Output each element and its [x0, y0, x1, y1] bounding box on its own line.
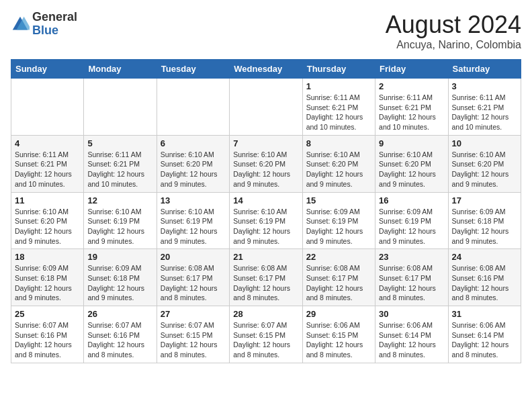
logo: General Blue: [11, 11, 77, 38]
calendar-cell: [230, 79, 302, 136]
calendar-cell: 28Sunrise: 6:07 AM Sunset: 6:15 PM Dayli…: [230, 306, 302, 363]
day-number: 20: [161, 252, 226, 262]
day-number: 16: [379, 195, 444, 205]
day-number: 14: [233, 195, 298, 205]
calendar-cell: 17Sunrise: 6:09 AM Sunset: 6:18 PM Dayli…: [448, 192, 521, 249]
day-info: Sunrise: 6:09 AM Sunset: 6:19 PM Dayligh…: [306, 207, 371, 246]
day-info: Sunrise: 6:11 AM Sunset: 6:21 PM Dayligh…: [379, 93, 444, 132]
logo-text: General Blue: [32, 11, 77, 38]
calendar-cell: 8Sunrise: 6:10 AM Sunset: 6:20 PM Daylig…: [302, 135, 375, 192]
calendar-cell: 15Sunrise: 6:09 AM Sunset: 6:19 PM Dayli…: [302, 192, 375, 249]
calendar-cell: 31Sunrise: 6:06 AM Sunset: 6:14 PM Dayli…: [448, 306, 521, 363]
day-header-friday: Friday: [375, 60, 448, 79]
calendar-cell: 18Sunrise: 6:09 AM Sunset: 6:18 PM Dayli…: [11, 249, 84, 306]
calendar-cell: [157, 79, 229, 136]
day-info: Sunrise: 6:08 AM Sunset: 6:17 PM Dayligh…: [306, 263, 371, 303]
day-number: 28: [233, 309, 298, 319]
title-section: August 2024 Ancuya, Narino, Colombia: [386, 11, 521, 51]
day-info: Sunrise: 6:10 AM Sunset: 6:19 PM Dayligh…: [87, 207, 152, 246]
day-number: 26: [87, 309, 152, 319]
calendar-cell: 11Sunrise: 6:10 AM Sunset: 6:20 PM Dayli…: [11, 192, 84, 249]
calendar-cell: 16Sunrise: 6:09 AM Sunset: 6:19 PM Dayli…: [375, 192, 448, 249]
calendar-cell: 19Sunrise: 6:09 AM Sunset: 6:18 PM Dayli…: [84, 249, 157, 306]
day-info: Sunrise: 6:09 AM Sunset: 6:18 PM Dayligh…: [15, 263, 80, 303]
day-number: 3: [452, 81, 517, 91]
day-number: 30: [379, 309, 444, 319]
calendar-cell: 29Sunrise: 6:06 AM Sunset: 6:15 PM Dayli…: [302, 306, 375, 363]
day-number: 17: [452, 195, 517, 205]
day-info: Sunrise: 6:08 AM Sunset: 6:16 PM Dayligh…: [452, 263, 517, 303]
calendar-cell: 7Sunrise: 6:10 AM Sunset: 6:20 PM Daylig…: [230, 135, 302, 192]
calendar-week-row: 11Sunrise: 6:10 AM Sunset: 6:20 PM Dayli…: [11, 192, 521, 249]
calendar-cell: 23Sunrise: 6:08 AM Sunset: 6:17 PM Dayli…: [375, 249, 448, 306]
day-info: Sunrise: 6:07 AM Sunset: 6:15 PM Dayligh…: [161, 320, 226, 360]
day-info: Sunrise: 6:10 AM Sunset: 6:20 PM Dayligh…: [306, 150, 371, 189]
day-info: Sunrise: 6:10 AM Sunset: 6:20 PM Dayligh…: [233, 150, 298, 189]
calendar-cell: [84, 79, 157, 136]
calendar-cell: 14Sunrise: 6:10 AM Sunset: 6:19 PM Dayli…: [230, 192, 302, 249]
day-info: Sunrise: 6:07 AM Sunset: 6:16 PM Dayligh…: [87, 320, 152, 360]
day-header-tuesday: Tuesday: [157, 60, 229, 79]
day-number: 13: [161, 195, 226, 205]
day-number: 8: [306, 138, 371, 148]
day-info: Sunrise: 6:10 AM Sunset: 6:19 PM Dayligh…: [233, 207, 298, 246]
calendar-cell: 30Sunrise: 6:06 AM Sunset: 6:14 PM Dayli…: [375, 306, 448, 363]
day-number: 10: [452, 138, 517, 148]
calendar-cell: 20Sunrise: 6:08 AM Sunset: 6:17 PM Dayli…: [157, 249, 229, 306]
day-number: 1: [306, 81, 371, 91]
calendar-cell: 3Sunrise: 6:11 AM Sunset: 6:21 PM Daylig…: [448, 79, 521, 136]
day-info: Sunrise: 6:10 AM Sunset: 6:20 PM Dayligh…: [379, 150, 444, 189]
calendar-cell: 12Sunrise: 6:10 AM Sunset: 6:19 PM Dayli…: [84, 192, 157, 249]
calendar-cell: 27Sunrise: 6:07 AM Sunset: 6:15 PM Dayli…: [157, 306, 229, 363]
day-info: Sunrise: 6:07 AM Sunset: 6:16 PM Dayligh…: [15, 320, 80, 360]
day-header-monday: Monday: [84, 60, 157, 79]
logo-icon: [11, 15, 30, 34]
day-number: 24: [452, 252, 517, 262]
calendar-cell: 5Sunrise: 6:11 AM Sunset: 6:21 PM Daylig…: [84, 135, 157, 192]
day-info: Sunrise: 6:10 AM Sunset: 6:20 PM Dayligh…: [452, 150, 517, 189]
day-info: Sunrise: 6:10 AM Sunset: 6:20 PM Dayligh…: [15, 207, 80, 246]
day-info: Sunrise: 6:10 AM Sunset: 6:19 PM Dayligh…: [161, 207, 226, 246]
day-info: Sunrise: 6:07 AM Sunset: 6:15 PM Dayligh…: [233, 320, 298, 360]
day-info: Sunrise: 6:06 AM Sunset: 6:15 PM Dayligh…: [306, 320, 371, 360]
day-info: Sunrise: 6:09 AM Sunset: 6:19 PM Dayligh…: [379, 207, 444, 246]
calendar-week-row: 18Sunrise: 6:09 AM Sunset: 6:18 PM Dayli…: [11, 249, 521, 306]
calendar-cell: 22Sunrise: 6:08 AM Sunset: 6:17 PM Dayli…: [302, 249, 375, 306]
day-number: 7: [233, 138, 298, 148]
logo-general: General: [32, 10, 77, 24]
day-number: 4: [15, 138, 80, 148]
day-info: Sunrise: 6:10 AM Sunset: 6:20 PM Dayligh…: [161, 150, 226, 189]
day-header-saturday: Saturday: [448, 60, 521, 79]
day-number: 18: [15, 252, 80, 262]
calendar-cell: 13Sunrise: 6:10 AM Sunset: 6:19 PM Dayli…: [157, 192, 229, 249]
day-number: 6: [161, 138, 226, 148]
day-number: 11: [15, 195, 80, 205]
calendar-cell: 25Sunrise: 6:07 AM Sunset: 6:16 PM Dayli…: [11, 306, 84, 363]
day-info: Sunrise: 6:11 AM Sunset: 6:21 PM Dayligh…: [306, 93, 371, 132]
day-info: Sunrise: 6:08 AM Sunset: 6:17 PM Dayligh…: [379, 263, 444, 303]
day-number: 15: [306, 195, 371, 205]
day-number: 9: [379, 138, 444, 148]
day-info: Sunrise: 6:09 AM Sunset: 6:18 PM Dayligh…: [87, 263, 152, 303]
calendar-cell: 10Sunrise: 6:10 AM Sunset: 6:20 PM Dayli…: [448, 135, 521, 192]
calendar-week-row: 25Sunrise: 6:07 AM Sunset: 6:16 PM Dayli…: [11, 306, 521, 363]
day-info: Sunrise: 6:11 AM Sunset: 6:21 PM Dayligh…: [15, 150, 80, 189]
day-number: 19: [87, 252, 152, 262]
calendar-table: SundayMondayTuesdayWednesdayThursdayFrid…: [11, 59, 521, 363]
calendar-cell: 21Sunrise: 6:08 AM Sunset: 6:17 PM Dayli…: [230, 249, 302, 306]
calendar-cell: 9Sunrise: 6:10 AM Sunset: 6:20 PM Daylig…: [375, 135, 448, 192]
day-info: Sunrise: 6:11 AM Sunset: 6:21 PM Dayligh…: [452, 93, 517, 132]
day-number: 25: [15, 309, 80, 319]
day-info: Sunrise: 6:11 AM Sunset: 6:21 PM Dayligh…: [87, 150, 152, 189]
day-number: 27: [161, 309, 226, 319]
day-number: 2: [379, 81, 444, 91]
calendar-cell: 24Sunrise: 6:08 AM Sunset: 6:16 PM Dayli…: [448, 249, 521, 306]
day-info: Sunrise: 6:08 AM Sunset: 6:17 PM Dayligh…: [233, 263, 298, 303]
day-info: Sunrise: 6:09 AM Sunset: 6:18 PM Dayligh…: [452, 207, 517, 246]
day-info: Sunrise: 6:06 AM Sunset: 6:14 PM Dayligh…: [452, 320, 517, 360]
subtitle: Ancuya, Narino, Colombia: [386, 39, 521, 51]
calendar-header-row: SundayMondayTuesdayWednesdayThursdayFrid…: [11, 60, 521, 79]
day-number: 5: [87, 138, 152, 148]
calendar-week-row: 4Sunrise: 6:11 AM Sunset: 6:21 PM Daylig…: [11, 135, 521, 192]
header-section: General Blue August 2024 Ancuya, Narino,…: [11, 11, 521, 51]
